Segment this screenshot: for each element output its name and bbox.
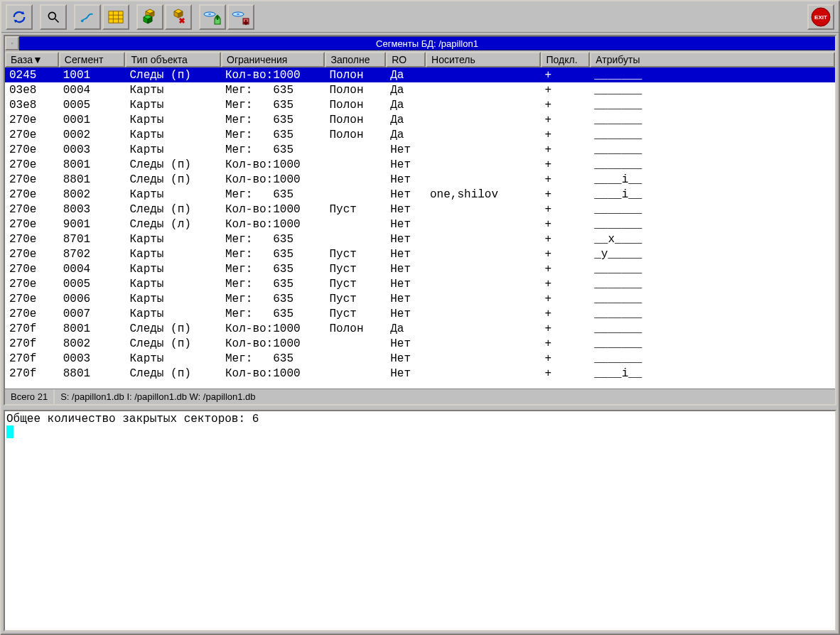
table-row[interactable]: 270e8801Следы (п)Кол-во:1000Нет+____i__ [5, 172, 835, 187]
column-header[interactable]: Ограничения [221, 52, 325, 67]
tools-button[interactable] [165, 4, 192, 30]
cell-limit: Мег: 635 [221, 233, 325, 246]
cell-attr: ____i__ [590, 188, 835, 201]
panel-menu-button[interactable]: ◦ [5, 36, 19, 50]
cell-base: 270f [5, 367, 59, 380]
column-header[interactable]: Носитель [426, 52, 540, 67]
cell-fill: Полон [325, 322, 386, 335]
table-row[interactable]: 270f0003КартыМег: 635Нет+_______ [5, 351, 835, 366]
cell-seg: 8003 [59, 203, 126, 216]
cell-fill: Полон [325, 84, 386, 97]
cell-base: 270e [5, 308, 59, 320]
column-header[interactable]: RO [386, 52, 426, 67]
table-row[interactable]: 270e8702КартыМег: 635ПустНет+_y_____ [5, 246, 835, 261]
cell-attr: _______ [590, 129, 835, 141]
table-row[interactable]: 270e0002КартыМег: 635ПолонДа+_______ [5, 127, 835, 142]
table-row[interactable]: 270e8701КартыМег: 635Нет+__x____ [5, 232, 835, 246]
table-row[interactable]: 270f8001Следы (п)Кол-во:1000ПолонДа+____… [5, 321, 835, 336]
table-row[interactable]: 03e80005КартыМег: 635ПолонДа+_______ [5, 97, 835, 112]
segments-panel: ◦ Сегменты БД: /papillon1 База▼СегментТи… [4, 35, 836, 406]
cell-ro: Нет [386, 233, 426, 246]
cell-type: Карты [125, 143, 221, 156]
cell-type: Карты [125, 114, 221, 126]
cell-attr: _______ [590, 143, 835, 156]
cell-conn: + [540, 248, 590, 261]
cell-base: 03e8 [5, 84, 59, 97]
cell-limit: Мег: 635 [221, 129, 325, 141]
table-body[interactable]: 02451001Следы (п)Кол-во:1000ПолонДа+____… [5, 67, 835, 389]
column-header[interactable]: Подкл. [541, 52, 591, 67]
cell-attr: _______ [590, 218, 835, 231]
cell-fill: Пуст [325, 263, 386, 276]
cell-limit: Мег: 635 [221, 188, 325, 201]
cubes-button[interactable] [136, 4, 163, 30]
cell-attr: ____i__ [590, 367, 835, 380]
table-row[interactable]: 270f8801Следы (п)Кол-во:1000Нет+____i__ [5, 366, 835, 381]
cell-limit: Кол-во:1000 [221, 322, 325, 335]
cell-ro: Нет [386, 218, 426, 231]
cell-base: 270e [5, 278, 59, 291]
table-row[interactable]: 03e80004КартыМег: 635ПолонДа+_______ [5, 82, 835, 97]
cell-limit: Кол-во:1000 [221, 158, 325, 171]
cell-seg: 0006 [59, 293, 126, 305]
cell-base: 270e [5, 263, 59, 276]
table-row[interactable]: 270e0005КартыМег: 635ПустНет+_______ [5, 276, 835, 291]
cell-fill: Пуст [325, 293, 386, 305]
cell-conn: + [540, 203, 590, 216]
column-header[interactable]: Тип объекта [125, 52, 221, 67]
table-row[interactable]: 270e8002КартыМег: 635Нетone,shilov+____i… [5, 187, 835, 202]
cell-type: Карты [125, 352, 221, 365]
cell-type: Карты [125, 84, 221, 97]
table-row[interactable]: 270f8002Следы (п)Кол-во:1000Нет+_______ [5, 336, 835, 351]
refresh-button[interactable] [6, 4, 33, 30]
cell-conn: + [540, 278, 590, 291]
table-row[interactable]: 270e0003КартыМег: 635Нет+_______ [5, 142, 835, 157]
search-button[interactable] [40, 4, 67, 30]
brush-button[interactable] [74, 4, 101, 30]
table-row[interactable]: 270e0001КартыМег: 635ПолонДа+_______ [5, 112, 835, 127]
grid-button[interactable] [102, 4, 129, 30]
exit-button[interactable]: EXIT [807, 4, 834, 30]
svg-point-2 [81, 19, 84, 22]
svg-point-9 [208, 13, 211, 15]
table-row[interactable]: 270e0004КартыМег: 635ПустНет+_______ [5, 261, 835, 276]
status-bar: Всего 21 S: /papillon1.db I: /papillon1.… [5, 389, 835, 404]
table-row[interactable]: 270e0006КартыМег: 635ПустНет+_______ [5, 291, 835, 306]
cell-ro: Нет [386, 352, 426, 365]
status-paths: S: /papillon1.db I: /papillon1.db W: /pa… [55, 389, 835, 404]
cell-limit: Мег: 635 [221, 114, 325, 126]
cell-conn: + [540, 263, 590, 276]
cell-base: 270e [5, 233, 59, 246]
column-header[interactable]: Сегмент [59, 52, 126, 67]
cell-attr: _______ [590, 352, 835, 365]
table-row[interactable]: 02451001Следы (п)Кол-во:1000ПолонДа+____… [5, 67, 835, 82]
cell-conn: + [540, 218, 590, 231]
column-header[interactable]: Атрибуты [590, 52, 835, 67]
disk-export-button[interactable] [227, 4, 254, 30]
cell-type: Карты [125, 308, 221, 320]
cell-type: Следы (п) [125, 69, 221, 82]
column-header[interactable]: База▼ [5, 52, 59, 67]
table-row[interactable]: 270e8001Следы (п)Кол-во:1000Нет+_______ [5, 157, 835, 172]
cell-conn: + [540, 114, 590, 126]
console-text: Общее количество закрытых секторов: 6 [6, 413, 259, 425]
cell-conn: + [540, 337, 590, 350]
cell-conn: + [540, 84, 590, 97]
cell-base: 270e [5, 293, 59, 305]
cell-seg: 0003 [59, 352, 126, 365]
cell-seg: 0004 [59, 84, 126, 97]
table-row[interactable]: 270e8003Следы (п)Кол-во:1000ПустНет+____… [5, 202, 835, 217]
table-row[interactable]: 270e0007КартыМег: 635ПустНет+_______ [5, 306, 835, 321]
cell-seg: 0001 [59, 114, 126, 126]
toolbar: EXIT [1, 1, 839, 33]
cell-fill: Пуст [325, 308, 386, 320]
cell-ro: Да [386, 99, 426, 112]
column-header[interactable]: Заполне [325, 52, 386, 67]
panel-title: Сегменты БД: /papillon1 [19, 36, 835, 50]
cell-type: Следы (п) [125, 367, 221, 380]
table-row[interactable]: 270e9001Следы (л)Кол-во:1000Нет+_______ [5, 217, 835, 232]
cell-ro: Нет [386, 248, 426, 261]
disk-import-button[interactable] [199, 4, 226, 30]
cell-ro: Нет [386, 188, 426, 201]
cell-attr: _______ [590, 322, 835, 335]
